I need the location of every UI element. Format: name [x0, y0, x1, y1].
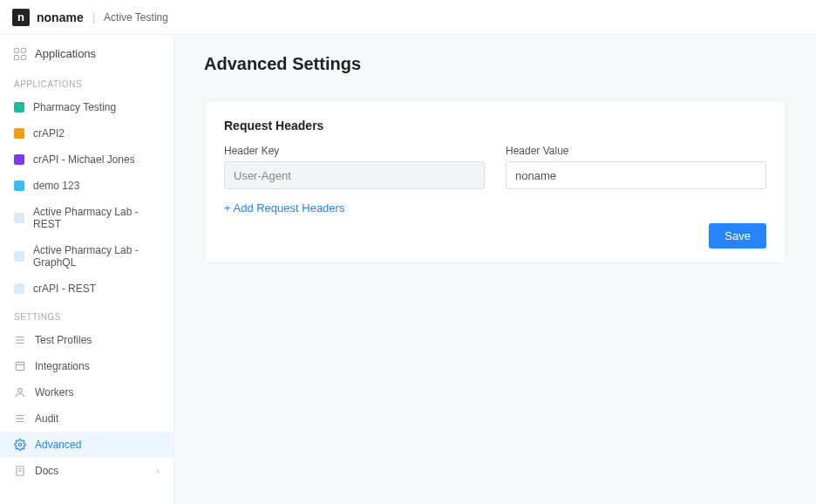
sidebar-item-label: Audit: [35, 412, 58, 425]
sidebar-item-label: demo 123: [33, 180, 79, 192]
color-swatch: [14, 128, 24, 139]
brand-name: noname: [37, 10, 84, 24]
request-headers-card: Request Headers Header Key Header Value …: [204, 100, 786, 263]
sidebar-item-crapi-michael[interactable]: crAPI - Michael Jones: [0, 146, 173, 173]
color-swatch: [14, 213, 24, 223]
save-button[interactable]: Save: [709, 223, 766, 249]
header-key-input[interactable]: [224, 161, 485, 189]
color-swatch: [14, 283, 24, 294]
sidebar-top-label: Applications: [35, 47, 96, 60]
svg-rect-3: [16, 362, 24, 370]
sidebar-item-docs[interactable]: Docs ›: [0, 458, 173, 484]
sidebar-item-label: Advanced: [35, 439, 81, 451]
header-value-label: Header Value: [506, 145, 766, 157]
sidebar-section-applications-label: APPLICATIONS: [0, 69, 173, 94]
sidebar-item-label: Pharmacy Testing: [33, 101, 116, 113]
header-key-label: Header Key: [224, 145, 485, 157]
page-title: Advanced Settings: [204, 54, 786, 74]
sidebar-section-settings-label: SETTINGS: [0, 302, 173, 327]
sidebar-item-label: crAPI2: [33, 127, 65, 140]
color-swatch: [14, 102, 24, 112]
logo-icon: n: [12, 9, 30, 26]
sidebar-item-label: Workers: [35, 386, 73, 398]
list-icon: [14, 334, 26, 346]
worker-icon: [14, 386, 26, 398]
sidebar-item-advanced[interactable]: Advanced: [0, 432, 173, 458]
sidebar-item-active-pharmacy-graphql[interactable]: Active Pharmacy Lab - GraphQL: [0, 237, 173, 276]
list-icon: [14, 412, 26, 425]
card-title: Request Headers: [224, 119, 766, 133]
main-content: Advanced Settings Request Headers Header…: [174, 35, 816, 504]
color-swatch: [14, 154, 24, 165]
sidebar-item-label: Active Pharmacy Lab - REST: [33, 206, 160, 230]
applications-grid-icon: [14, 48, 26, 60]
sidebar-item-crapi-rest[interactable]: crAPI - REST: [0, 276, 173, 302]
sidebar-item-audit[interactable]: Audit: [0, 405, 173, 432]
color-swatch: [14, 180, 24, 191]
sidebar-item-integrations[interactable]: Integrations: [0, 353, 173, 379]
header-value-input[interactable]: [506, 161, 766, 189]
sidebar-item-label: crAPI - REST: [33, 283, 96, 295]
sidebar-item-label: Integrations: [35, 360, 90, 372]
sidebar-item-active-pharmacy-rest[interactable]: Active Pharmacy Lab - REST: [0, 199, 173, 237]
sidebar-item-label: Test Profiles: [35, 334, 92, 346]
sidebar-item-label: Active Pharmacy Lab - GraphQL: [33, 244, 160, 269]
svg-point-5: [18, 388, 23, 392]
gear-icon: [14, 439, 26, 451]
chevron-right-icon: ›: [156, 466, 160, 476]
svg-point-9: [18, 443, 22, 446]
box-icon: [14, 360, 26, 372]
sidebar: Applications APPLICATIONS Pharmacy Testi…: [0, 35, 174, 504]
brand-divider: |: [92, 10, 95, 24]
sidebar-item-crapi2[interactable]: crAPI2: [0, 120, 173, 146]
add-request-headers-link[interactable]: + Add Request Headers: [224, 201, 344, 215]
sidebar-item-label: crAPI - Michael Jones: [33, 153, 135, 166]
brand-subtitle: Active Testing: [104, 11, 168, 24]
sidebar-item-demo123[interactable]: demo 123: [0, 173, 173, 199]
color-swatch: [14, 251, 24, 262]
topbar: n noname | Active Testing: [0, 0, 816, 35]
sidebar-item-label: Docs: [35, 465, 58, 477]
sidebar-item-test-profiles[interactable]: Test Profiles: [0, 327, 173, 353]
doc-icon: [14, 465, 26, 477]
sidebar-item-pharmacy-testing[interactable]: Pharmacy Testing: [0, 94, 173, 120]
sidebar-top-applications[interactable]: Applications: [0, 35, 173, 69]
sidebar-item-workers[interactable]: Workers: [0, 379, 173, 405]
